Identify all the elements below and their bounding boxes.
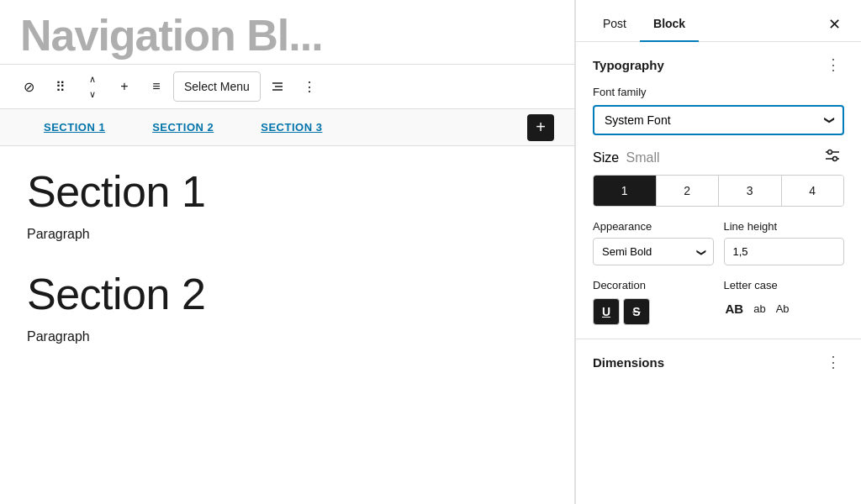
tab-post[interactable]: Post	[589, 7, 640, 42]
close-panel-btn[interactable]: ✕	[821, 8, 848, 40]
typography-section: Typography ⋮ Font family System Font Ari…	[576, 42, 861, 339]
section-1-paragraph: Paragraph	[27, 227, 547, 242]
titlecase-btn[interactable]: Ab	[774, 299, 791, 318]
add-menu-item-btn[interactable]: +	[527, 114, 554, 141]
settings-panel: Post Block ✕ Typography ⋮ Font family Sy…	[575, 0, 861, 504]
select-menu-btn[interactable]: Select Menu	[173, 71, 261, 102]
editor-canvas: Navigation Bl... ⊘ ⠿ ∧ ∨ + ≡ Select Menu…	[0, 0, 575, 504]
content-area: Section 1 Paragraph Section 2 Paragraph	[0, 146, 574, 391]
size-label: Size Small	[593, 150, 660, 165]
section-2-paragraph: Paragraph	[27, 329, 547, 344]
appearance-col: Appearance Regular Semi Bold Bold Light	[593, 220, 714, 265]
nav-menu-bar: SECTION 1 SECTION 2 SECTION 3 +	[0, 109, 574, 146]
dimensions-header: Dimensions ⋮	[593, 353, 844, 371]
nav-menu-items: SECTION 1 SECTION 2 SECTION 3	[20, 109, 527, 145]
decoration-buttons: U S	[593, 298, 714, 325]
line-height-col: Line height	[724, 220, 845, 265]
font-family-wrapper: System Font Arial Georgia Helvetica	[593, 105, 844, 135]
size-slider-btn[interactable]	[821, 149, 844, 166]
typography-more-btn[interactable]: ⋮	[822, 55, 844, 74]
decoration-letter-case-row: Decoration U S Letter case AB ab Ab	[593, 279, 844, 325]
dimensions-section: Dimensions ⋮	[576, 339, 861, 385]
size-btn-4[interactable]: 4	[782, 176, 844, 206]
nav-title: Navigation Bl...	[0, 0, 574, 64]
block-icon-btn[interactable]: ⊘	[13, 71, 44, 102]
uppercase-btn[interactable]: AB	[724, 298, 746, 319]
underline-btn[interactable]: U	[593, 298, 620, 325]
drag-handle-btn[interactable]: ⠿	[45, 71, 76, 102]
dimensions-title: Dimensions	[593, 355, 664, 370]
nav-menu-item-3[interactable]: SECTION 3	[237, 109, 346, 145]
appearance-line-height-row: Appearance Regular Semi Bold Bold Light …	[593, 220, 844, 265]
decoration-label: Decoration	[593, 279, 714, 291]
svg-point-6	[833, 157, 837, 161]
appearance-wrapper: Regular Semi Bold Bold Light	[593, 238, 714, 265]
letter-case-label: Letter case	[724, 279, 845, 291]
size-row: Size Small	[593, 149, 844, 166]
section-2-heading: Section 2	[27, 269, 547, 319]
nav-menu-item-1[interactable]: SECTION 1	[20, 109, 129, 145]
appearance-label: Appearance	[593, 220, 714, 233]
panel-tabs: Post Block ✕	[576, 0, 861, 42]
list-view-btn[interactable]	[262, 71, 293, 102]
move-down-btn[interactable]: ∨	[77, 87, 108, 102]
add-block-btn[interactable]: +	[109, 71, 140, 102]
strikethrough-btn[interactable]: S	[623, 298, 650, 325]
align-btn[interactable]: ≡	[141, 71, 172, 102]
tab-block[interactable]: Block	[640, 7, 699, 42]
more-options-btn[interactable]: ⋮	[294, 71, 325, 102]
line-height-input[interactable]	[724, 238, 845, 265]
appearance-select[interactable]: Regular Semi Bold Bold Light	[593, 238, 714, 265]
size-hint: Small	[626, 150, 660, 165]
size-buttons: 1 2 3 4	[593, 175, 844, 207]
line-height-label: Line height	[724, 220, 845, 233]
letter-case-col: Letter case AB ab Ab	[724, 279, 845, 319]
font-family-select[interactable]: System Font Arial Georgia Helvetica	[593, 105, 844, 135]
decoration-col: Decoration U S	[593, 279, 714, 325]
size-btn-1[interactable]: 1	[594, 176, 657, 206]
block-toolbar: ⊘ ⠿ ∧ ∨ + ≡ Select Menu ⋮	[0, 64, 574, 109]
nav-menu-item-2[interactable]: SECTION 2	[129, 109, 237, 145]
typography-title: Typography	[593, 58, 664, 72]
lowercase-btn[interactable]: ab	[752, 299, 767, 318]
section-1-heading: Section 1	[27, 166, 547, 217]
typography-header: Typography ⋮	[593, 55, 844, 74]
font-family-label: Font family	[593, 86, 844, 98]
svg-point-5	[828, 150, 832, 155]
dimensions-more-btn[interactable]: ⋮	[822, 353, 844, 371]
move-up-btn[interactable]: ∧	[77, 71, 108, 87]
size-btn-3[interactable]: 3	[719, 176, 782, 206]
size-btn-2[interactable]: 2	[657, 176, 720, 206]
letter-case-buttons: AB ab Ab	[724, 298, 845, 319]
